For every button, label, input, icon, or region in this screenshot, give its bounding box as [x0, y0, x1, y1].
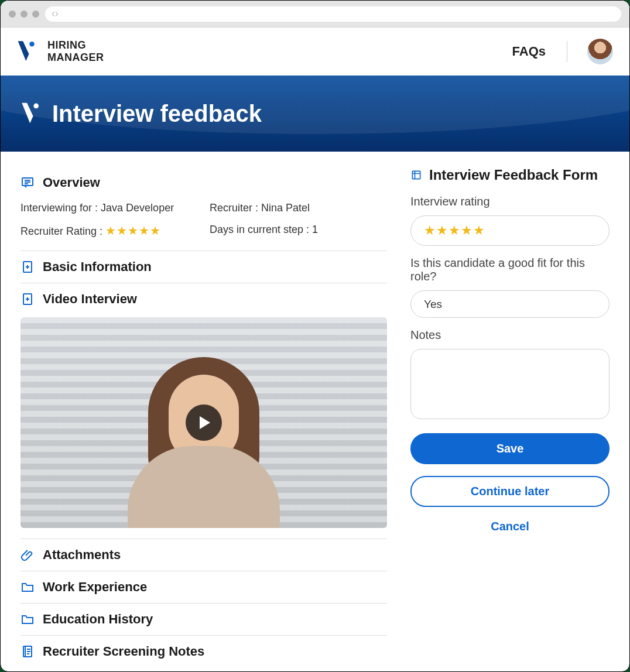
- section-recruiter-notes[interactable]: Recruiter Screening Notes: [20, 635, 387, 667]
- faqs-link[interactable]: FAQs: [512, 44, 546, 59]
- form-title: Interview Feedback Form: [429, 167, 598, 183]
- folder-icon: [20, 612, 35, 626]
- overview-days-in-step: Days in current step : 1: [210, 224, 387, 238]
- overview-icon: [20, 176, 35, 190]
- avatar[interactable]: [587, 39, 613, 64]
- overview-recruiter: Recruiter : Nina Patel: [210, 202, 387, 214]
- section-title: Basic Information: [43, 259, 152, 275]
- video-thumbnail: [20, 317, 387, 528]
- section-overview: Overview: [20, 167, 387, 198]
- field-value: Java Developer: [101, 202, 174, 214]
- window-dot[interactable]: [20, 11, 28, 18]
- window-dot[interactable]: [32, 11, 39, 18]
- section-video-interview[interactable]: Video Interview: [20, 283, 387, 315]
- star-rating: ★★★★★: [105, 224, 161, 237]
- section-work-experience[interactable]: Work Experience: [20, 571, 387, 603]
- window-controls: [9, 11, 39, 18]
- document-plus-icon: [20, 292, 35, 306]
- form-heading: Interview Feedback Form: [410, 167, 610, 183]
- section-education-history[interactable]: Education History: [20, 603, 387, 635]
- fit-label: Is this candidate a good fit for this ro…: [410, 256, 610, 283]
- form-icon: [410, 169, 422, 181]
- page-hero: Interview feedback: [1, 76, 629, 152]
- continue-later-button[interactable]: Continue later: [410, 476, 610, 507]
- notes-input[interactable]: [410, 349, 610, 419]
- nav-arrows-icon: [51, 10, 59, 18]
- overview-grid: Interviewing for : Java Developer Recrui…: [20, 198, 387, 251]
- brand-line: MANAGER: [47, 52, 104, 64]
- rating-input[interactable]: ★★★★★: [410, 215, 610, 246]
- overview-interviewing-for: Interviewing for : Java Developer: [20, 202, 198, 214]
- field-value: Nina Patel: [261, 202, 310, 214]
- browser-chrome: [1, 1, 629, 28]
- section-title: Attachments: [43, 547, 121, 563]
- attachment-icon: [20, 548, 35, 562]
- hero-logo-icon: [20, 102, 42, 125]
- brand-logo-icon: [17, 40, 37, 63]
- top-bar: HIRING MANAGER FAQs: [1, 28, 629, 76]
- page-title: Interview feedback: [52, 101, 262, 127]
- brand-line: HIRING: [47, 39, 104, 52]
- svg-point-1: [33, 104, 39, 109]
- feedback-form: Interview Feedback Form Interview rating…: [410, 167, 610, 667]
- left-column: Overview Interviewing for : Java Develop…: [20, 167, 387, 667]
- brand-name: HIRING MANAGER: [47, 39, 104, 63]
- app-window: HIRING MANAGER FAQs Interview feedback O…: [0, 0, 630, 672]
- field-value: 1: [312, 224, 318, 235]
- section-title: Overview: [43, 175, 100, 190]
- svg-point-0: [29, 42, 35, 47]
- section-attachments[interactable]: Attachments: [20, 539, 387, 571]
- document-plus-icon: [20, 260, 35, 274]
- section-title: Education History: [43, 612, 153, 627]
- star-rating: ★★★★★: [424, 223, 485, 238]
- overview-recruiter-rating: Recruiter Rating : ★★★★★: [20, 224, 198, 238]
- address-bar[interactable]: [45, 6, 621, 22]
- section-title: Work Experience: [43, 580, 147, 595]
- cancel-link[interactable]: Cancel: [410, 520, 610, 533]
- divider: [567, 41, 567, 62]
- fit-select[interactable]: Yes: [410, 290, 610, 318]
- field-label: Interviewing for :: [20, 202, 98, 214]
- field-label: Days in current step :: [210, 224, 309, 235]
- play-button[interactable]: [186, 404, 222, 441]
- section-title: Video Interview: [43, 292, 137, 307]
- field-label: Recruiter Rating :: [20, 225, 102, 237]
- folder-icon: [20, 580, 35, 594]
- content-area: Overview Interviewing for : Java Develop…: [1, 152, 629, 667]
- notes-icon: [20, 644, 35, 659]
- window-dot[interactable]: [9, 11, 16, 18]
- rating-label: Interview rating: [410, 195, 610, 208]
- section-title: Recruiter Screening Notes: [43, 644, 204, 659]
- notes-label: Notes: [410, 328, 610, 342]
- save-button[interactable]: Save: [410, 433, 610, 464]
- section-basic-info[interactable]: Basic Information: [20, 251, 387, 283]
- svg-rect-6: [412, 171, 420, 179]
- field-label: Recruiter :: [210, 202, 258, 214]
